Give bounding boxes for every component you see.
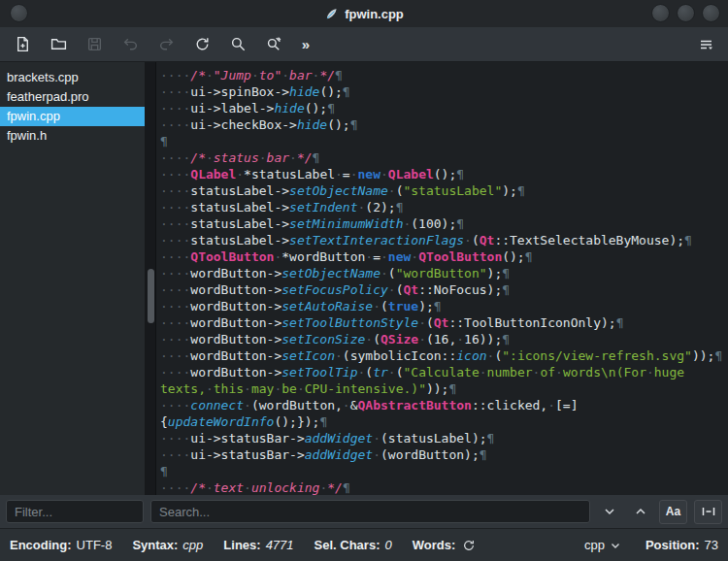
code-line: ¶: [160, 463, 728, 479]
code-line: ····statusLabel->setTextInteractionFlags…: [160, 232, 728, 248]
encoding-status: Encoding: UTF-8: [10, 538, 112, 552]
title-area: fpwin.cpp: [324, 7, 404, 21]
toolbar-overflow-button[interactable]: »: [298, 33, 314, 56]
syntax-selector[interactable]: cpp: [584, 538, 620, 552]
code-line: ····statusLabel->setMinimumWidth·(100);¶: [160, 215, 728, 232]
scrollbar-handle[interactable]: [148, 269, 154, 323]
code-area: ····/*·"Jump·to"·bar·*/¶····ui->spinBox-…: [160, 67, 728, 495]
code-line: ····statusLabel->setIndent·(2);¶: [160, 199, 728, 215]
undo-icon: [122, 36, 139, 52]
code-line: ····wordButton->setFocusPolicy·(Qt::NoFo…: [160, 281, 728, 298]
search-replace-icon: [266, 36, 282, 52]
search-input[interactable]: [150, 500, 590, 523]
code-line: {updateWordInfo();});¶: [160, 413, 728, 430]
main-area: brackets.cppfeatherpad.profpwin.cppfpwin…: [0, 62, 728, 495]
code-line: ····ui->statusBar->addWidget·(wordButton…: [160, 446, 728, 463]
redo-icon: [158, 36, 175, 52]
search-previous-button[interactable]: [628, 500, 652, 524]
new-document-icon: [15, 36, 31, 52]
editor-scrollbar[interactable]: [146, 62, 156, 495]
refresh-icon: [462, 539, 476, 552]
code-line: ····/*·"Jump·to"·bar·*/¶: [160, 67, 728, 83]
reload-icon: [194, 36, 211, 52]
code-line: ····wordButton->setToolTip·(tr·("Calcula…: [160, 364, 728, 380]
whole-words-button[interactable]: [694, 500, 722, 524]
code-line: ····/*·text·unlocking·*/¶: [160, 479, 728, 495]
code-line: ····wordButton->setToolButtonStyle·(Qt::…: [160, 314, 728, 331]
new-file-button[interactable]: [11, 33, 34, 56]
list-item[interactable]: fpwin.cpp: [0, 107, 145, 126]
filter-input[interactable]: [6, 500, 144, 523]
window-title: fpwin.cpp: [345, 7, 404, 21]
find-bar: Aa: [0, 495, 728, 528]
window-button-minimize[interactable]: [651, 4, 670, 22]
syntax-status: Syntax: cpp: [132, 538, 203, 552]
undo-button[interactable]: [118, 33, 142, 56]
code-line: ····ui->label->hide();¶: [160, 100, 728, 116]
code-line: ····QToolButton·*wordButton·=·new·QToolB…: [160, 248, 728, 265]
search-icon: [230, 36, 247, 52]
search-button[interactable]: [226, 33, 249, 56]
code-line: ····wordButton->setObjectName·("wordButt…: [160, 265, 728, 281]
statusbar-right: cpp Position: 73: [584, 538, 718, 552]
chevron-down-icon: [603, 506, 616, 517]
match-case-label: Aa: [666, 505, 680, 518]
reload-button[interactable]: [190, 33, 214, 56]
code-line: ····wordButton->setIcon·(symbolicIcon::i…: [160, 347, 728, 364]
titlebar: fpwin.cpp: [0, 0, 728, 27]
window-button-menu[interactable]: [10, 4, 28, 22]
find-replace-button[interactable]: [262, 33, 285, 56]
code-line: ····wordButton->setAutoRaise·(true);¶: [160, 298, 728, 314]
chevron-down-icon: [611, 542, 620, 549]
code-line: ····wordButton->setIconSize·(QSize·(16,·…: [160, 331, 728, 347]
search-next-button[interactable]: [597, 500, 621, 524]
open-folder-icon: [50, 36, 67, 52]
code-line: ····ui->spinBox->hide();¶: [160, 83, 728, 100]
file-list: brackets.cppfeatherpad.profpwin.cppfpwin…: [0, 62, 146, 495]
list-item[interactable]: brackets.cpp: [0, 68, 145, 87]
sel-chars-status: Sel. Chars: 0: [314, 538, 392, 552]
menu-button[interactable]: [694, 33, 717, 56]
window-button-close[interactable]: [702, 4, 720, 22]
list-item[interactable]: featherpad.pro: [0, 87, 145, 107]
code-line: ····ui->checkBox->hide();¶: [160, 116, 728, 133]
toolbar: »: [0, 27, 728, 62]
whole-word-icon: [701, 505, 716, 518]
code-line: texts,·this·may·be·CPU-intensive.)"));¶: [160, 380, 728, 397]
position-status: Position: 73: [645, 538, 718, 552]
code-line: ····QLabel·*statusLabel·=·new·QLabel();¶: [160, 166, 728, 182]
chevron-up-icon: [634, 506, 647, 517]
editor[interactable]: ····/*·"Jump·to"·bar·*/¶····ui->spinBox-…: [156, 62, 728, 495]
app-icon: [324, 7, 339, 21]
window-button-maximize[interactable]: [677, 4, 695, 22]
code-line: ····ui->statusBar->addWidget·(statusLabe…: [160, 430, 728, 446]
code-line: ····statusLabel->setObjectName·("statusL…: [160, 182, 728, 199]
status-bar: Encoding: UTF-8 Syntax: cpp Lines: 4771 …: [0, 528, 728, 561]
match-case-button[interactable]: Aa: [659, 500, 687, 524]
save-button[interactable]: [83, 33, 106, 56]
code-line: ····connect·(wordButton,·&QAbstractButto…: [160, 397, 728, 413]
words-status: Words:: [413, 537, 479, 554]
lines-status: Lines: 4771: [223, 538, 293, 552]
save-icon: [86, 36, 103, 52]
menu-icon: [697, 36, 714, 53]
list-item[interactable]: fpwin.h: [0, 126, 145, 146]
code-line: ¶: [160, 133, 728, 149]
featherpad-window: fpwin.cpp: [0, 0, 728, 561]
window-controls: [651, 4, 720, 22]
word-count-refresh-button[interactable]: [460, 537, 478, 554]
open-file-button[interactable]: [47, 33, 70, 56]
code-line: ····/*·status·bar·*/¶: [160, 149, 728, 166]
redo-button[interactable]: [154, 33, 178, 56]
